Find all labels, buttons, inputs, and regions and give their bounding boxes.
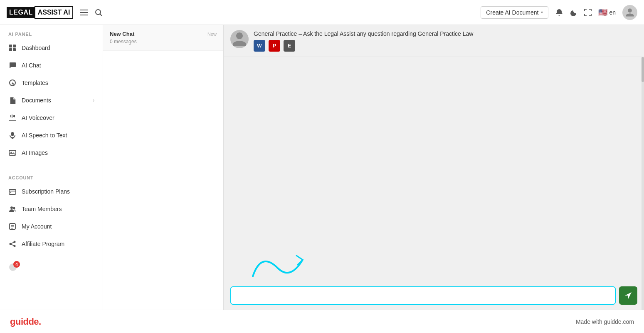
- svg-rect-0: [80, 10, 88, 10]
- svg-line-33: [11, 242, 14, 244]
- images-icon: [8, 149, 17, 157]
- logo[interactable]: LEGAL ASSIST AI: [7, 6, 73, 19]
- guidde-logo: guidde.: [10, 316, 41, 327]
- excel-icon[interactable]: E: [284, 40, 295, 52]
- guidde-tagline: Made with guidde.com: [576, 318, 634, 325]
- svg-point-23: [10, 192, 11, 193]
- create-ai-document-button[interactable]: Create AI Document ▾: [481, 6, 548, 19]
- chat-item-top: New Chat Now: [110, 31, 217, 37]
- ai-panel-label: AI PANEL: [0, 25, 103, 39]
- svg-point-32: [14, 245, 16, 247]
- chat-doc-icons: W P E: [254, 40, 637, 52]
- svg-rect-5: [9, 45, 12, 47]
- sidebar-item-label: AI Voiceover: [22, 114, 54, 121]
- chat-description: General Practice – Ask the Legal Assist …: [254, 30, 637, 38]
- svg-rect-1: [80, 12, 88, 13]
- sidebar-item-my-account[interactable]: My Account: [0, 218, 103, 235]
- menu-icon[interactable]: [80, 8, 88, 17]
- chat-avatar: [230, 30, 249, 48]
- sidebar-item-label: Subscription Plans: [22, 188, 70, 195]
- header-nav-icons: [80, 8, 102, 17]
- team-icon: [8, 205, 17, 213]
- sidebar-item-subscription[interactable]: Subscription Plans: [0, 183, 103, 200]
- dashboard-icon: [8, 44, 17, 52]
- sidebar-item-templates[interactable]: Templates: [0, 74, 103, 92]
- affiliate-icon: [8, 240, 17, 248]
- svg-point-25: [13, 207, 15, 209]
- sidebar-item-label: Documents: [22, 97, 51, 104]
- templates-icon: [8, 79, 17, 87]
- sidebar-notification-area[interactable]: 4: [0, 259, 103, 275]
- pdf-icon[interactable]: P: [269, 40, 280, 52]
- sidebar-item-label: Team Members: [22, 206, 62, 212]
- svg-point-30: [10, 243, 12, 245]
- body: AI PANEL Dashboard AI Chat: [0, 25, 644, 310]
- svg-line-34: [11, 244, 14, 246]
- sidebar-item-label: Affiliate Program: [22, 241, 64, 247]
- sidebar-item-ai-chat[interactable]: AI Chat: [0, 57, 103, 74]
- sidebar-item-ai-voiceover[interactable]: AI Voiceover: [0, 109, 103, 127]
- chat-input[interactable]: [230, 286, 616, 305]
- svg-rect-14: [14, 115, 15, 117]
- expand-icon[interactable]: [584, 9, 592, 16]
- svg-rect-21: [9, 189, 16, 194]
- sidebar-item-team[interactable]: Team Members: [0, 200, 103, 218]
- chat-item-time: Now: [207, 32, 217, 37]
- search-icon[interactable]: [95, 9, 102, 16]
- header-left: LEGAL ASSIST AI: [7, 6, 102, 19]
- sidebar-item-label: AI Chat: [22, 62, 41, 69]
- sidebar-item-label: AI Speech to Text: [22, 132, 67, 139]
- chat-list-panel: New Chat Now 0 messages: [103, 25, 224, 310]
- chat-header-content: General Practice – Ask the Legal Assist …: [254, 30, 637, 52]
- my-account-icon: [8, 222, 17, 231]
- moon-icon[interactable]: [570, 9, 577, 16]
- bell-icon[interactable]: [555, 8, 563, 17]
- notification-count: 4: [13, 261, 20, 268]
- sidebar-item-affiliate[interactable]: Affiliate Program: [0, 235, 103, 253]
- svg-rect-26: [10, 224, 15, 229]
- sidebar-item-dashboard[interactable]: Dashboard: [0, 39, 103, 57]
- sidebar-item-label: AI Images: [22, 149, 48, 156]
- sidebar-item-label: Templates: [22, 80, 48, 86]
- chat-body: [224, 57, 644, 310]
- avatar[interactable]: [622, 5, 637, 20]
- sidebar-item-label: My Account: [22, 223, 52, 230]
- guidde-footer: guidde. Made with guidde.com: [0, 310, 644, 333]
- logo-legal: LEGAL: [7, 7, 35, 18]
- svg-rect-11: [10, 115, 11, 117]
- chat-item-title: New Chat: [110, 31, 134, 37]
- documents-icon: [8, 96, 17, 104]
- lang-label: en: [609, 9, 616, 16]
- svg-rect-2: [80, 15, 88, 15]
- sidebar-item-label: Dashboard: [22, 45, 50, 51]
- chat-send-button[interactable]: [619, 286, 637, 305]
- svg-rect-13: [13, 115, 14, 117]
- language-selector[interactable]: 🇺🇸 en: [598, 8, 616, 17]
- svg-line-4: [100, 14, 102, 16]
- header-right: Create AI Document ▾ 🇺🇸 en: [481, 5, 637, 20]
- sidebar-item-ai-images[interactable]: AI Images: [0, 144, 103, 162]
- logo-assist: ASSIST AI: [35, 6, 74, 19]
- voiceover-icon: [8, 114, 17, 122]
- scroll-thumb: [642, 57, 644, 82]
- word-icon[interactable]: W: [254, 40, 265, 52]
- sidebar-item-documents[interactable]: Documents ›: [0, 92, 103, 109]
- sidebar-item-ai-speech[interactable]: AI Speech to Text: [0, 127, 103, 144]
- chevron-right-icon: ›: [93, 97, 94, 103]
- account-label: ACCOUNT: [0, 169, 103, 183]
- svg-point-24: [10, 206, 13, 209]
- create-doc-label: Create AI Document: [486, 9, 538, 16]
- svg-rect-16: [11, 132, 14, 136]
- chat-item-messages: 0 messages: [110, 39, 217, 45]
- chat-main-area: General Practice – Ask the Legal Assist …: [224, 25, 644, 310]
- subscription-icon: [8, 187, 17, 196]
- chevron-down-icon: ▾: [541, 10, 543, 15]
- svg-rect-7: [9, 48, 12, 51]
- svg-rect-8: [13, 48, 16, 51]
- sidebar: AI PANEL Dashboard AI Chat: [0, 25, 103, 310]
- chat-list-item[interactable]: New Chat Now 0 messages: [103, 25, 223, 51]
- svg-rect-6: [13, 45, 16, 47]
- scroll-bar[interactable]: [642, 57, 644, 310]
- chat-input-area: [224, 281, 644, 310]
- top-header: LEGAL ASSIST AI Create AI Document ▾: [0, 0, 644, 25]
